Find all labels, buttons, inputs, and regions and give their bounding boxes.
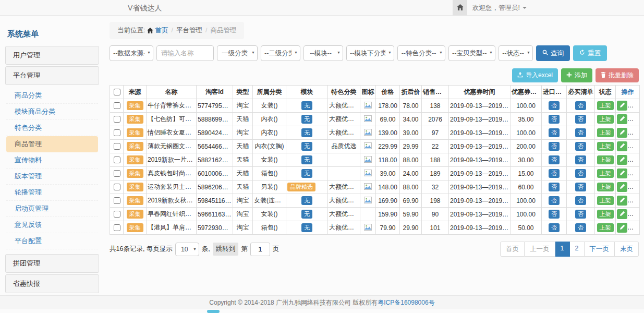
sidebar-item-版本管理[interactable]: 版本管理 <box>6 168 98 185</box>
sidebar-group-拼团管理[interactable]: 拼团管理 <box>5 254 99 273</box>
sidebar-item-特色分类[interactable]: 特色分类 <box>6 120 98 136</box>
sidebar-item-启动页管理[interactable]: 启动页管理 <box>6 201 98 217</box>
name-cell: 2019新款女秋薄款... <box>147 194 197 208</box>
page-button-2[interactable]: 2 <box>570 242 585 257</box>
import-excel-button[interactable]: 导入excel <box>512 68 558 82</box>
page-button-上一页[interactable]: 上一页 <box>525 242 555 257</box>
import-select-toggle[interactable]: 否 <box>549 223 560 233</box>
must-buy-toggle[interactable]: 否 <box>575 155 586 165</box>
import-select-toggle[interactable]: 否 <box>549 210 560 219</box>
filter-data-source[interactable]: --数据来源-- <box>110 45 153 61</box>
page-button-末页[interactable]: 末页 <box>615 242 639 257</box>
status-badge[interactable]: 上架 <box>597 155 614 165</box>
must-buy-toggle[interactable]: 否 <box>575 223 586 233</box>
import-select-toggle[interactable]: 否 <box>549 142 560 151</box>
must-buy-toggle[interactable]: 否 <box>575 196 586 206</box>
row-checkbox[interactable] <box>114 102 120 109</box>
sidebar-item-商品分类[interactable]: 商品分类 <box>6 88 98 104</box>
jump-page-input[interactable] <box>250 243 270 256</box>
page-button-首页[interactable]: 首页 <box>500 242 525 257</box>
reset-button[interactable]: 重置 <box>573 45 607 61</box>
filter-status[interactable]: --状态-- <box>499 45 533 61</box>
filter-feature-category[interactable]: --特色分类-- <box>397 45 445 61</box>
sidebar-item-宣传物料[interactable]: 宣传物料 <box>6 152 98 168</box>
page-button-下一页[interactable]: 下一页 <box>585 242 615 257</box>
edit-button[interactable] <box>617 141 627 151</box>
filter-module-sub-category[interactable]: --模块下分类-- <box>346 45 394 61</box>
edit-button[interactable] <box>617 168 627 178</box>
sidebar-group-用户管理[interactable]: 用户管理 <box>5 46 99 65</box>
status-badge[interactable]: 上架 <box>597 101 614 111</box>
filter-module[interactable]: --模块-- <box>303 45 343 61</box>
row-checkbox[interactable] <box>114 129 120 136</box>
import-select-cell: 否 <box>542 180 567 194</box>
select-all-checkbox[interactable] <box>114 89 120 95</box>
import-select-toggle[interactable]: 否 <box>549 128 560 138</box>
must-buy-toggle[interactable]: 否 <box>575 142 586 151</box>
sidebar-group-平台管理[interactable]: 平台管理 <box>5 66 99 85</box>
row-checkbox[interactable] <box>114 197 120 204</box>
sidebar-group-省惠快报[interactable]: 省惠快报 <box>5 274 99 293</box>
jump-button[interactable]: 跳转到 <box>213 243 239 256</box>
status-badge[interactable]: 上架 <box>597 169 614 178</box>
filter-name-input[interactable] <box>156 45 214 61</box>
status-badge[interactable]: 上架 <box>597 128 614 138</box>
edit-icon <box>619 224 625 232</box>
filter-level2-category[interactable]: --二级分类-- <box>261 45 300 61</box>
row-checkbox[interactable] <box>114 224 120 231</box>
status-badge[interactable]: 上架 <box>597 142 614 151</box>
must-buy-toggle[interactable]: 否 <box>575 128 586 138</box>
status-badge[interactable]: 上架 <box>597 223 614 233</box>
edit-button[interactable] <box>617 101 627 111</box>
must-buy-cell: 否 <box>567 113 595 126</box>
sidebar-item-商品管理[interactable]: 商品管理 <box>6 136 98 152</box>
status-badge[interactable]: 上架 <box>597 183 614 192</box>
search-button[interactable]: 查询 <box>536 45 570 61</box>
edit-button[interactable] <box>617 155 627 165</box>
row-checkbox[interactable] <box>114 116 120 123</box>
edit-button[interactable] <box>617 209 627 219</box>
sidebar-item-模块商品分类[interactable]: 模块商品分类 <box>6 104 98 120</box>
must-buy-toggle[interactable]: 否 <box>575 101 586 111</box>
import-select-toggle[interactable]: 否 <box>549 183 560 192</box>
per-page-select[interactable]: 10 <box>175 243 199 256</box>
breadcrumb-home-link[interactable]: 首页 <box>155 27 168 34</box>
status-badge[interactable]: 上架 <box>597 115 614 124</box>
edit-button[interactable] <box>617 114 627 124</box>
sidebar-item-平台配置[interactable]: 平台配置 <box>6 233 98 249</box>
row-checkbox[interactable] <box>114 170 120 177</box>
image-placeholder-icon <box>364 171 372 178</box>
import-select-toggle[interactable]: 否 <box>549 196 560 206</box>
page-button-1[interactable]: 1 <box>555 242 570 257</box>
must-buy-toggle[interactable]: 否 <box>575 169 586 178</box>
row-checkbox[interactable] <box>114 211 120 218</box>
must-buy-toggle[interactable]: 否 <box>575 183 586 192</box>
batch-delete-button[interactable]: 批量删除 <box>596 68 639 82</box>
module-cell: 无 <box>286 140 328 153</box>
import-select-toggle[interactable]: 否 <box>549 169 560 178</box>
row-checkbox[interactable] <box>114 184 120 190</box>
user-menu[interactable]: 欢迎您，管理员! <box>472 0 527 16</box>
sidebar-item-轮播管理[interactable]: 轮播管理 <box>6 185 98 201</box>
import-select-toggle[interactable]: 否 <box>549 115 560 124</box>
edit-button[interactable] <box>617 182 627 192</box>
status-badge[interactable]: 上架 <box>597 196 614 206</box>
edit-button[interactable] <box>617 223 627 233</box>
import-select-toggle[interactable]: 否 <box>549 155 560 165</box>
status-badge[interactable]: 上架 <box>597 210 614 219</box>
edit-button[interactable] <box>617 128 627 138</box>
sidebar-item-意见反馈[interactable]: 意见反馈 <box>6 217 98 233</box>
row-checkbox[interactable] <box>114 143 120 150</box>
horizontal-scrollbar-thumb[interactable] <box>207 310 220 313</box>
filter-level1-category[interactable]: 一级分类 <box>217 45 258 61</box>
import-select-toggle[interactable]: 否 <box>549 101 560 111</box>
must-buy-toggle[interactable]: 否 <box>575 210 586 219</box>
must-buy-toggle[interactable]: 否 <box>575 115 586 124</box>
home-button[interactable] <box>453 0 467 16</box>
filter-item-type[interactable]: --宝贝类型-- <box>448 45 495 61</box>
row-checkbox[interactable] <box>114 156 120 163</box>
add-button[interactable]: 添加 <box>561 68 592 82</box>
icp-link[interactable]: 粤ICP备16098006号 <box>378 298 434 307</box>
edit-button[interactable] <box>617 196 627 206</box>
category-cell: 女装() <box>253 153 286 167</box>
